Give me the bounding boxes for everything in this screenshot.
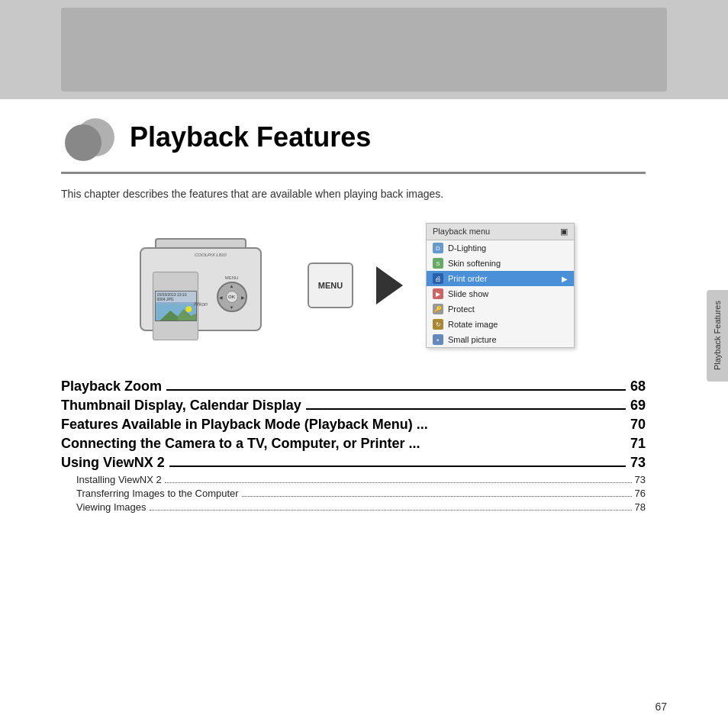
toc-page-features: 70 [630,417,646,433]
dlighting-label: D-Lighting [448,243,486,253]
camera-body: 15/03/2013 13:100004.JPG [140,247,262,331]
menu-item-slideshow: ▶ Slide show [427,286,574,301]
toc-page-installing: 73 [635,474,646,485]
page-number: 67 [655,701,667,713]
toc-title-viewing: Viewing Images [76,501,147,513]
menu-item-print-order: 🖨 Print order ▶ [427,271,574,286]
camera-brand-label: Nikon [194,301,208,307]
camera-dial: OK ▲ ▼ ◀ ▶ [217,282,247,312]
menu-item-skin-softening: S Skin softening [427,256,574,271]
menu-item-protect: 🔑 Protect [427,301,574,317]
toc-entry-features: Features Available in Playback Mode (Pla… [61,417,646,433]
table-of-contents: Playback Zoom 68 Thumbnail Display, Cale… [61,378,646,513]
toc-page-viewnx: 73 [630,455,646,471]
camera-mode-label: MENU [211,275,253,280]
camera-lens-area: 15/03/2013 13:100004.JPG [153,272,198,340]
dial-inner: OK [226,291,238,303]
illustration-area: 15/03/2013 13:100004.JPG [61,223,646,348]
camera-model-label: COOLPIX L810 [195,253,227,257]
toc-title-viewnx: Using ViewNX 2 [61,455,165,471]
toc-dots-1 [166,389,626,391]
small-picture-icon: ▪ [433,334,443,345]
playback-menu-header: Playback menu ▣ [427,224,574,240]
toc-dots-sub-3 [150,510,632,511]
dlighting-icon: D [433,243,443,253]
toc-title-transferring: Transferring Images to the Computer [76,488,239,499]
camera-screen: 15/03/2013 13:100004.JPG [155,291,197,321]
toc-page-transferring: 76 [635,488,646,499]
toc-title-features: Features Available in Playback Mode (Pla… [61,417,428,433]
chapter-title: Playback Features [130,121,371,153]
menu-item-small-picture: ▪ Small picture [427,332,574,347]
chapter-description: This chapter describes the features that… [61,188,646,200]
chapter-icon [61,111,114,164]
toc-entry-playback-zoom: Playback Zoom 68 [61,378,646,395]
menu-button: MENU [308,263,353,308]
toc-title-connecting: Connecting the Camera to a TV, Computer,… [61,436,420,452]
skin-softening-label: Skin softening [448,259,501,268]
skin-softening-icon: S [433,258,443,269]
camera-screen-date: 15/03/2013 13:100004.JPG [156,292,196,302]
main-content: Playback Features This chapter describes… [0,0,707,515]
toc-entry-transferring: Transferring Images to the Computer 76 [61,488,646,499]
menu-item-dlighting: D D-Lighting [427,240,574,256]
protect-icon: 🔑 [433,304,443,314]
toc-title-thumbnail: Thumbnail Display, Calendar Display [61,398,301,414]
toc-dots-sub-1 [165,482,632,483]
camera-controls: MENU OK ▲ ▼ ◀ ▶ [211,275,253,312]
slideshow-icon: ▶ [433,288,443,299]
chapter-divider [61,172,646,174]
playback-menu-title: Playback menu [433,227,490,237]
toc-entry-viewnx: Using ViewNX 2 73 [61,455,646,471]
toc-page-playback-zoom: 68 [630,378,646,395]
toc-entry-viewing: Viewing Images 78 [61,501,646,513]
print-order-label: Print order [448,274,487,283]
small-picture-label: Small picture [448,335,497,344]
icon-circle-front [65,124,101,161]
slideshow-label: Slide show [448,289,488,298]
toc-dots-2 [306,408,626,410]
rotate-icon: ↻ [433,319,443,330]
camera-image: 15/03/2013 13:100004.JPG [132,232,285,339]
camera-screen-image [156,302,196,321]
toc-dots-sub-2 [242,496,632,497]
toc-title-installing: Installing ViewNX 2 [76,474,162,485]
toc-page-viewing: 78 [635,501,646,513]
toc-dots-5 [169,465,626,467]
svg-point-3 [185,306,192,312]
print-order-arrow: ▶ [562,275,568,283]
menu-button-area: MENU [308,263,353,308]
right-tab-label: Playback Features [713,301,722,370]
playback-menu-screenshot: Playback menu ▣ D D-Lighting S Skin soft… [426,223,575,348]
toc-page-thumbnail: 69 [630,398,646,414]
right-tab: Playback Features [707,290,728,382]
arrow-right-shape [376,266,403,304]
playback-menu-icon: ▣ [560,227,568,237]
menu-item-rotate: ↻ Rotate image [427,317,574,332]
print-order-icon: 🖨 [433,273,443,284]
chapter-header: Playback Features [61,111,646,164]
toc-page-connecting: 71 [630,436,646,452]
toc-entry-thumbnail: Thumbnail Display, Calendar Display 69 [61,398,646,414]
toc-entry-connecting: Connecting the Camera to a TV, Computer,… [61,436,646,452]
toc-title-playback-zoom: Playback Zoom [61,378,162,395]
rotate-label: Rotate image [448,320,498,329]
toc-entry-installing: Installing ViewNX 2 73 [61,474,646,485]
arrow-right-indicator [376,266,403,304]
protect-label: Protect [448,304,475,314]
